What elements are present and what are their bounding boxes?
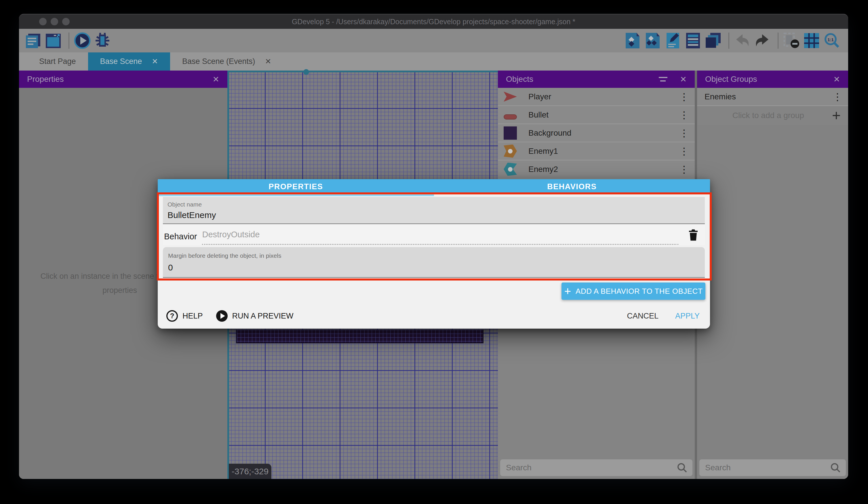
cursor-coordinates: -376;-329	[229, 464, 271, 479]
background-object-instance[interactable]	[236, 330, 484, 343]
objects-panel-header: Objects ✕	[498, 71, 695, 88]
search-icon	[677, 463, 687, 473]
object-menu-icon[interactable]: ⋮	[679, 110, 689, 120]
cancel-button[interactable]: CANCEL	[627, 312, 659, 321]
new-scene-window-icon[interactable]	[44, 32, 62, 49]
background-sprite-icon	[504, 127, 517, 140]
enemy1-sprite-icon	[504, 144, 517, 158]
objects-search	[500, 460, 692, 476]
add-group-icon[interactable]: +	[832, 108, 841, 123]
objects-search-input[interactable]	[500, 460, 692, 476]
object-menu-icon[interactable]: ⋮	[679, 164, 689, 174]
debug-icon[interactable]	[94, 32, 111, 49]
object-row-bullet[interactable]: Bullet ⋮	[498, 106, 695, 124]
layers-panel-icon[interactable]	[684, 32, 702, 49]
close-panel-icon[interactable]: ✕	[834, 74, 840, 84]
properties-panel-title: Properties	[27, 74, 64, 84]
active-tab-indicator	[158, 193, 434, 196]
instances-list-icon[interactable]	[704, 32, 722, 49]
toggle-mask-icon[interactable]	[783, 32, 800, 49]
object-label: Enemy1	[528, 147, 558, 156]
add-group-row[interactable]: Click to add a group +	[697, 106, 848, 125]
player-sprite-icon	[504, 90, 517, 103]
window-title: GDevelop 5 - /Users/dkarakay/Documents/G…	[292, 18, 575, 26]
object-label: Enemy2	[528, 165, 558, 174]
filter-icon[interactable]	[659, 77, 668, 81]
redo-icon[interactable]	[753, 32, 771, 49]
add-group-hint: Click to add a group	[704, 111, 832, 120]
close-tab-icon[interactable]: ✕	[152, 57, 158, 66]
margin-field[interactable]: Margin before deleting the object, in pi…	[163, 247, 705, 278]
behavior-name-input[interactable]: DestroyOutside	[202, 228, 678, 245]
play-preview-icon[interactable]	[73, 32, 91, 49]
object-name-value[interactable]: BulletEnemy	[167, 210, 700, 220]
run-preview-button[interactable]: RUN A PREVIEW	[216, 310, 293, 322]
title-bar: GDevelop 5 - /Users/dkarakay/Documents/G…	[19, 14, 848, 29]
desktop: GDevelop 5 - /Users/dkarakay/Documents/G…	[0, 0, 868, 504]
undo-icon[interactable]	[733, 32, 751, 49]
enemy2-sprite-icon	[504, 163, 517, 176]
object-menu-icon[interactable]: ⋮	[679, 92, 689, 102]
scene-handle-dot[interactable]	[303, 69, 309, 75]
apply-button[interactable]: APPLY	[675, 312, 700, 321]
tab-label: Base Scene (Events)	[182, 57, 255, 66]
svg-text:?: ?	[170, 312, 174, 320]
edit-object-dialog: PROPERTIES BEHAVIORS Object name BulletE…	[158, 179, 710, 329]
properties-edit-icon[interactable]	[664, 32, 682, 49]
object-groups-header: Object Groups ✕	[697, 71, 848, 88]
close-tab-icon[interactable]: ✕	[265, 57, 271, 66]
margin-value[interactable]: 0	[168, 263, 700, 272]
help-icon: ?	[166, 310, 178, 322]
dialog-footer: ? HELP RUN A PREVIEW CANCEL APPLY	[158, 303, 710, 329]
dialog-tab-properties[interactable]: PROPERTIES	[158, 179, 434, 194]
close-panel-icon[interactable]: ✕	[213, 74, 219, 84]
tab-label: Start Page	[39, 57, 76, 66]
grid-icon[interactable]	[803, 32, 820, 49]
help-button[interactable]: ? HELP	[166, 310, 203, 322]
margin-label: Margin before deleting the object, in pi…	[168, 252, 700, 259]
toolbar-divider	[69, 32, 69, 49]
object-row-enemy1[interactable]: Enemy1 ⋮	[498, 142, 695, 160]
object-row-player[interactable]: Player ⋮	[498, 88, 695, 106]
dialog-tab-behaviors[interactable]: BEHAVIORS	[434, 179, 710, 194]
groups-search	[699, 460, 846, 476]
delete-behavior-icon[interactable]	[688, 229, 699, 242]
object-menu-icon[interactable]: ⋮	[679, 128, 689, 138]
window-close-button[interactable]	[39, 18, 46, 26]
group-label: Enemies	[704, 92, 736, 101]
close-panel-icon[interactable]: ✕	[680, 74, 687, 84]
object-groups-panel-icon[interactable]	[644, 32, 662, 49]
window-zoom-button[interactable]	[62, 18, 70, 26]
window-minimize-button[interactable]	[51, 18, 58, 26]
object-name-field[interactable]: Object name BulletEnemy	[163, 197, 705, 224]
object-label: Background	[528, 129, 571, 138]
tab-base-scene[interactable]: Base Scene ✕	[88, 52, 170, 71]
project-manager-icon[interactable]	[24, 32, 42, 49]
play-icon	[216, 310, 228, 322]
toolbar-divider	[778, 32, 778, 49]
toolbar: 1:1	[19, 29, 848, 52]
group-menu-icon[interactable]: ⋮	[833, 92, 843, 102]
object-row-enemy2[interactable]: Enemy2 ⋮	[498, 160, 695, 179]
tab-base-scene-events[interactable]: Base Scene (Events) ✕	[170, 52, 283, 71]
object-row-background[interactable]: Background ⋮	[498, 124, 695, 142]
group-row-enemies[interactable]: Enemies ⋮	[697, 88, 848, 106]
search-icon	[830, 463, 841, 473]
object-label: Bullet	[528, 110, 549, 120]
groups-search-input[interactable]	[699, 460, 846, 476]
tab-label: Base Scene	[100, 57, 142, 66]
behavior-row: Behavior DestroyOutside	[163, 224, 705, 245]
object-groups-title: Object Groups	[705, 74, 757, 84]
canvas-edge	[227, 71, 498, 72]
zoom-1-1-icon[interactable]: 1:1	[823, 32, 841, 49]
objects-panel-title: Objects	[506, 74, 533, 84]
editor-tabs: Start Page Base Scene ✕ Base Scene (Even…	[19, 52, 848, 71]
dialog-tabs: PROPERTIES BEHAVIORS	[158, 179, 710, 194]
object-menu-icon[interactable]: ⋮	[679, 146, 689, 156]
objects-panel-icon[interactable]	[624, 32, 641, 49]
tab-start-page[interactable]: Start Page	[27, 52, 88, 71]
svg-text:1:1: 1:1	[827, 37, 834, 42]
add-behavior-button[interactable]: + ADD A BEHAVIOR TO THE OBJECT	[561, 283, 705, 300]
object-groups-panel: Object Groups ✕ Enemies ⋮ Click to add a…	[697, 71, 848, 479]
object-name-label: Object name	[167, 201, 700, 208]
